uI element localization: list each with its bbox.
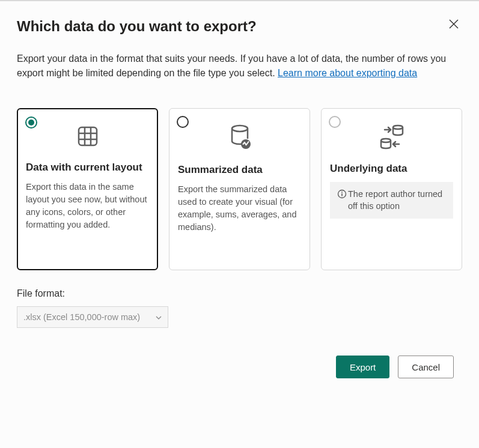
- option-description: Export the summarized data used to creat…: [178, 183, 301, 234]
- disabled-notice-text: The report author turned off this option: [348, 188, 446, 213]
- data-transfer-icon: [330, 124, 453, 150]
- close-button[interactable]: [444, 14, 463, 34]
- svg-point-12: [341, 192, 343, 193]
- dialog-description: Export your data in the format that suit…: [17, 52, 462, 80]
- option-underlying-data: Underlying data The report author turned…: [321, 108, 462, 270]
- option-title: Data with current layout: [26, 162, 149, 174]
- radio-icon: [25, 117, 37, 129]
- file-format-label: File format:: [17, 288, 462, 299]
- file-format-select[interactable]: .xlsx (Excel 150,000-row max): [17, 306, 168, 328]
- export-button[interactable]: Export: [336, 356, 389, 378]
- option-title: Summarized data: [178, 164, 301, 176]
- learn-more-link[interactable]: Learn more about exporting data: [278, 68, 417, 78]
- option-summarized-data[interactable]: Summarized data Export the summarized da…: [169, 108, 310, 270]
- database-stats-icon: [178, 124, 301, 151]
- close-icon: [449, 19, 459, 29]
- export-options-row: Data with current layout Export this dat…: [17, 108, 462, 270]
- cancel-button[interactable]: Cancel: [398, 356, 454, 378]
- svg-point-10: [381, 139, 391, 142]
- dialog-actions: Export Cancel: [17, 356, 462, 378]
- option-title: Underlying data: [330, 163, 453, 175]
- info-icon: [337, 189, 347, 199]
- table-layout-icon: [26, 124, 149, 148]
- option-data-current-layout[interactable]: Data with current layout Export this dat…: [17, 108, 158, 270]
- option-description: Export this data in the same layout you …: [26, 181, 149, 231]
- dialog-title: Which data do you want to export?: [17, 18, 462, 35]
- file-format-value: .xlsx (Excel 150,000-row max): [23, 312, 140, 322]
- svg-point-9: [393, 126, 403, 129]
- radio-icon: [329, 116, 341, 128]
- radio-icon: [177, 116, 189, 128]
- chevron-down-icon: [156, 313, 162, 321]
- svg-rect-2: [79, 127, 97, 145]
- export-dialog: Which data do you want to export? Export…: [0, 1, 479, 378]
- svg-point-7: [232, 126, 248, 132]
- disabled-notice: The report author turned off this option: [330, 182, 453, 219]
